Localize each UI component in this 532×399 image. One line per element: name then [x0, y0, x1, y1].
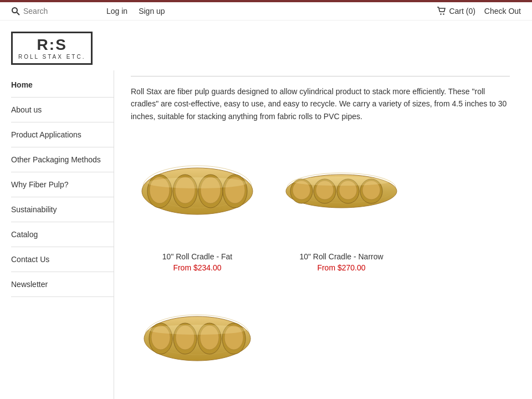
sidebar-divider — [11, 122, 114, 122]
sidebar-divider — [11, 147, 114, 147]
logo[interactable]: R:S ROLL STAX ETC. — [11, 32, 93, 65]
cart-icon — [437, 7, 447, 16]
sidebar-item-contact[interactable]: Contact Us — [11, 250, 114, 268]
sidebar-divider — [11, 247, 114, 247]
sidebar: Home About us Product Applications Other… — [11, 70, 114, 399]
svg-point-36 — [149, 325, 246, 335]
login-link[interactable]: Log in — [106, 7, 127, 16]
product-card[interactable]: 10" Roll Cradle - Narrow From $270.00 — [275, 136, 408, 272]
sidebar-divider — [11, 222, 114, 222]
signup-link[interactable]: Sign up — [139, 7, 165, 16]
sidebar-divider — [11, 272, 114, 272]
intro-text: Roll Stax are fiber pulp guards designed… — [131, 85, 510, 122]
search-area — [11, 7, 90, 16]
sidebar-divider — [11, 197, 114, 197]
svg-point-2 — [441, 13, 442, 14]
header-nav: Log in Sign up — [106, 7, 165, 16]
product-image-3 — [131, 283, 264, 394]
product-price: From $270.00 — [275, 263, 408, 272]
cart-link[interactable]: Cart (0) — [449, 7, 475, 16]
content-area: Roll Stax are fiber pulp guards designed… — [114, 70, 521, 399]
svg-point-25 — [291, 177, 391, 186]
sidebar-divider — [11, 296, 114, 297]
products-grid: 10" Roll Cradle - Fat From $234.00 — [131, 136, 510, 399]
sidebar-divider — [11, 172, 114, 172]
svg-point-3 — [443, 13, 444, 14]
content-top-divider — [131, 76, 510, 76]
logo-area: R:S ROLL STAX ETC. — [0, 21, 532, 70]
product-card[interactable]: 10" Roll Cradle - Fat From $234.00 — [131, 136, 264, 272]
sidebar-item-home[interactable]: Home — [11, 76, 114, 94]
sidebar-item-other-packaging[interactable]: Other Packaging Methods — [11, 151, 114, 168]
logo-rs: R:S — [18, 37, 85, 54]
product-image-2 — [275, 136, 408, 247]
product-price: From $234.00 — [131, 263, 264, 272]
header: Log in Sign up Cart (0) Check Out — [0, 2, 532, 21]
sidebar-item-newsletter[interactable]: Newsletter — [11, 275, 114, 293]
main-layout: Home About us Product Applications Other… — [0, 70, 532, 399]
logo-sub: ROLL STAX ETC. — [18, 54, 85, 60]
product-name: 10" Roll Cradle - Narrow — [275, 252, 408, 261]
sidebar-item-about[interactable]: About us — [11, 101, 114, 119]
sidebar-item-catalog[interactable]: Catalog — [11, 226, 114, 243]
search-icon — [11, 7, 20, 16]
product-image-1 — [131, 136, 264, 247]
svg-point-0 — [12, 8, 17, 13]
svg-point-14 — [147, 177, 247, 188]
sidebar-item-why-fiber[interactable]: Why Fiber Pulp? — [11, 176, 114, 193]
product-card[interactable]: 9" Roll Cradle - Fat From $234.00 — [131, 283, 264, 399]
search-input[interactable] — [23, 7, 90, 16]
checkout-link[interactable]: Check Out — [484, 7, 521, 16]
sidebar-item-sustainability[interactable]: Sustainability — [11, 201, 114, 218]
cart-icon-wrap: Cart (0) — [437, 7, 475, 16]
sidebar-item-product-applications[interactable]: Product Applications — [11, 126, 114, 144]
svg-line-1 — [17, 13, 20, 16]
sidebar-divider — [11, 97, 114, 98]
header-right: Cart (0) Check Out — [437, 7, 521, 16]
product-name: 10" Roll Cradle - Fat — [131, 252, 264, 261]
